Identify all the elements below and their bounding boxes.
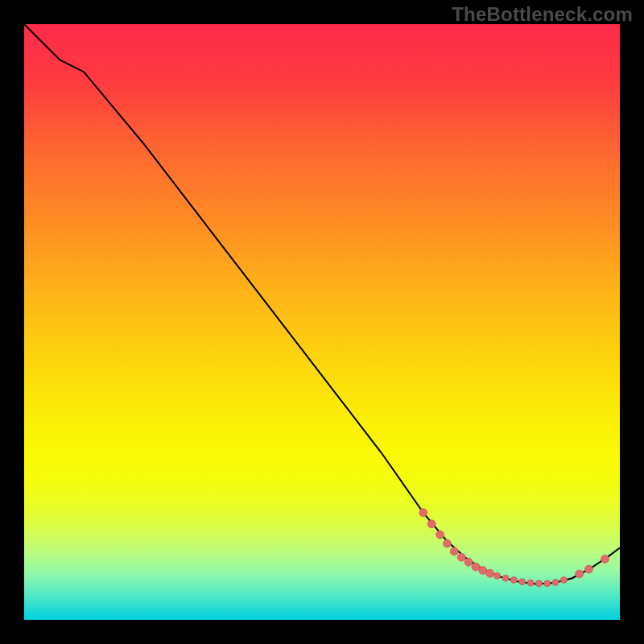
chart-svg: [24, 24, 620, 620]
curve-marker: [479, 567, 487, 575]
curve-marker: [585, 565, 593, 573]
curve-marker: [486, 569, 494, 577]
curve-marker: [519, 579, 526, 585]
curve-marker: [552, 579, 559, 585]
curve-marker: [443, 539, 451, 547]
curve-marker: [436, 530, 444, 539]
curve-marker: [457, 553, 465, 561]
curve-marker: [601, 555, 609, 564]
chart-frame: TheBottleneck.com: [0, 0, 644, 644]
plot-area: [24, 24, 620, 620]
curve-marker: [450, 547, 458, 555]
curve-marker: [494, 572, 501, 579]
gradient-background: [24, 24, 620, 620]
curve-marker: [544, 580, 551, 587]
watermark-text: TheBottleneck.com: [452, 3, 633, 26]
curve-marker: [527, 580, 534, 586]
curve-marker: [576, 570, 584, 578]
curve-marker: [472, 563, 480, 571]
curve-marker: [502, 575, 509, 581]
curve-marker: [419, 509, 427, 517]
curve-marker: [427, 520, 436, 528]
curve-marker: [560, 576, 567, 583]
curve-marker: [510, 576, 517, 583]
curve-marker: [535, 580, 542, 587]
curve-marker: [464, 558, 473, 566]
